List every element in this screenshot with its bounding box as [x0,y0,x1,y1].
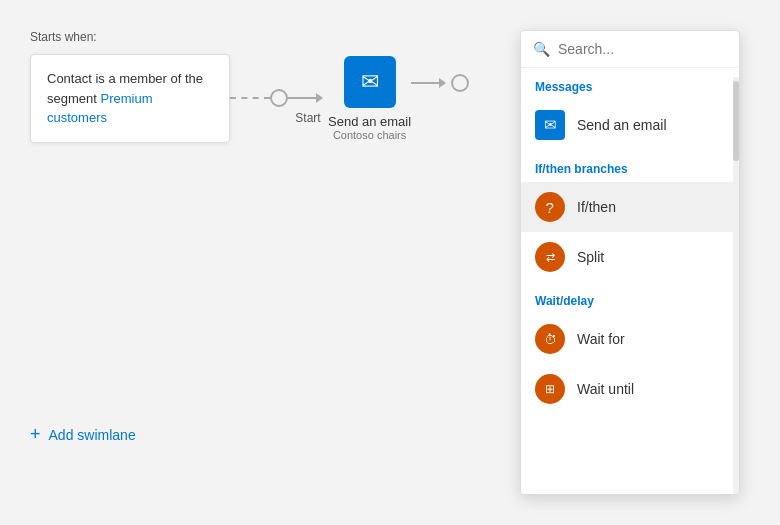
email-node-label: Send an email [328,114,411,129]
arrow-segment-2 [411,78,451,88]
section-header-wait: Wait/delay [521,282,739,314]
circle-node-1 [270,89,288,107]
panel-item-wait-for[interactable]: ⏱ Wait for [521,314,739,364]
send-email-icon: ✉ [535,110,565,140]
arrow-segment-1: Start [288,93,328,103]
scrollbar-thumb[interactable] [733,81,739,161]
email-action-node[interactable]: ✉ [344,56,396,108]
search-input[interactable] [558,41,733,57]
solid-arrow-1 [288,93,328,103]
panel-item-send-email[interactable]: ✉ Send an email [521,100,739,150]
panel-item-wait-until[interactable]: ⊞ Wait until [521,364,739,414]
scrollbar-track [733,77,739,494]
panel-item-ifthen[interactable]: ? If/then [521,182,739,232]
circle-node-end [451,74,469,92]
wait-for-icon-symbol: ⏱ [544,332,557,347]
section-header-messages: Messages [521,68,739,100]
ifthen-label: If/then [577,199,616,215]
ifthen-icon-symbol: ? [546,199,554,216]
ifthen-icon: ? [529,186,571,228]
wait-until-icon: ⊞ [529,368,571,410]
search-box: 🔍 [521,31,739,68]
add-swimlane-label: Add swimlane [49,427,136,443]
panel-item-split[interactable]: ⇄ Split [521,232,739,282]
send-email-icon-symbol: ✉ [544,116,557,134]
search-icon: 🔍 [533,41,550,57]
wait-until-label: Wait until [577,381,634,397]
add-action-panel: 🔍 Messages ✉ Send an email If/then branc… [520,30,740,495]
wait-until-icon-symbol: ⊞ [545,382,555,396]
panel-content: Messages ✉ Send an email If/then branche… [521,68,739,485]
dashed-line-1 [230,97,270,99]
plus-icon: + [30,424,41,445]
send-email-label: Send an email [577,117,667,133]
trigger-card: Contact is a member of the segment Premi… [30,54,230,143]
start-label: Start [295,111,320,125]
email-node-wrapper: ✉ Send an email Contoso chairs [328,56,411,141]
email-icon: ✉ [361,69,379,95]
solid-arrow-2 [411,78,451,88]
end-node-wrapper [451,74,469,92]
connector-line-1 [230,89,288,107]
split-icon-symbol: ⇄ [546,251,555,264]
split-icon: ⇄ [529,236,571,278]
wait-for-icon: ⏱ [529,318,571,360]
wait-for-label: Wait for [577,331,625,347]
email-node-sublabel: Contoso chairs [333,129,406,141]
section-header-ifthen: If/then branches [521,150,739,182]
split-label: Split [577,249,604,265]
add-swimlane-button[interactable]: + Add swimlane [30,424,136,445]
